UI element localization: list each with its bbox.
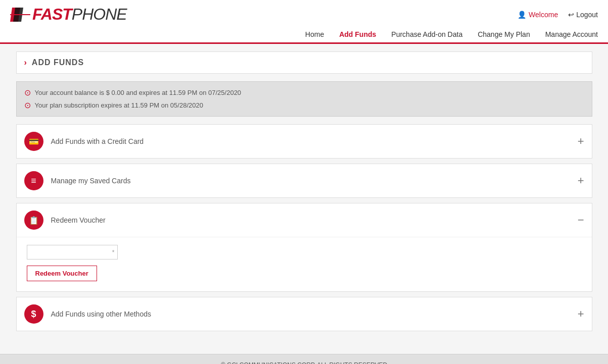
saved-cards-label: Manage my Saved Cards: [51, 177, 131, 185]
logo: FAST PHONE: [10, 5, 127, 24]
saved-cards-icon: ≡: [24, 171, 43, 190]
balance-info: ⊙ Your account balance is $ 0.00 and exp…: [24, 88, 584, 97]
other-methods-toggle: +: [578, 307, 584, 321]
redeem-voucher-label: Redeem Voucher: [51, 216, 106, 224]
accordion-credit-card-header[interactable]: 💳 Add Funds with a Credit Card +: [17, 125, 592, 158]
voucher-input-wrapper: *: [27, 245, 118, 259]
logout-label: Logout: [576, 11, 598, 19]
logo-phone: PHONE: [72, 5, 127, 24]
redeem-voucher-body: * Redeem Voucher: [17, 237, 592, 291]
other-methods-label: Add Funds using other Methods: [51, 310, 151, 318]
subscription-text: Your plan subscription expires at 11.59 …: [35, 101, 203, 109]
chevron-right-icon: ›: [24, 58, 27, 67]
credit-card-toggle: +: [578, 135, 584, 148]
other-methods-icon: $: [24, 304, 43, 324]
accordion-redeem-voucher: 📋 Redeem Voucher − * Redeem Voucher: [16, 203, 592, 292]
page-title: ADD FUNDS: [32, 58, 84, 67]
nav-purchase-addon[interactable]: Purchase Add-on Data: [391, 30, 462, 38]
welcome-link[interactable]: 👤 Welcome: [518, 11, 558, 19]
logout-link[interactable]: ↩ Logout: [568, 11, 598, 19]
welcome-label: Welcome: [529, 11, 558, 19]
credit-card-label: Add Funds with a Credit Card: [51, 137, 144, 145]
accordion-redeem-voucher-header[interactable]: 📋 Redeem Voucher −: [17, 203, 592, 237]
subscription-info: ⊙ Your plan subscription expires at 11.5…: [24, 100, 584, 110]
page-title-bar: › ADD FUNDS: [16, 51, 592, 74]
footer-text: © GCI COMMUNICATIONS CORP. ALL RIGHTS RE…: [221, 361, 387, 364]
info-icon-balance: ⊙: [24, 88, 31, 97]
balance-text: Your account balance is $ 0.00 and expir…: [35, 89, 242, 96]
nav-change-plan[interactable]: Change My Plan: [478, 30, 530, 38]
nav-home[interactable]: Home: [305, 30, 324, 38]
accordion-saved-cards-header[interactable]: ≡ Manage my Saved Cards +: [17, 164, 592, 197]
logo-fast: FAST: [32, 5, 72, 24]
info-icon-subscription: ⊙: [24, 100, 31, 110]
voucher-input[interactable]: [27, 245, 118, 259]
accordion-saved-cards: ≡ Manage my Saved Cards +: [16, 164, 592, 198]
credit-card-icon: 💳: [24, 132, 43, 151]
redeem-voucher-button[interactable]: Redeem Voucher: [27, 266, 97, 281]
nav-manage-account[interactable]: Manage Account: [545, 30, 598, 38]
info-box: ⊙ Your account balance is $ 0.00 and exp…: [16, 81, 592, 117]
accordion-other-methods-header[interactable]: $ Add Funds using other Methods +: [17, 297, 592, 331]
user-icon: 👤: [518, 11, 526, 19]
main-nav: Home Add Funds Purchase Add-on Data Chan…: [10, 26, 598, 42]
accordion-credit-card: 💳 Add Funds with a Credit Card +: [16, 124, 592, 159]
footer: © GCI COMMUNICATIONS CORP. ALL RIGHTS RE…: [0, 354, 608, 364]
nav-add-funds[interactable]: Add Funds: [339, 30, 376, 38]
saved-cards-toggle: +: [578, 174, 584, 187]
redeem-voucher-toggle: −: [578, 214, 584, 227]
required-star: *: [112, 249, 115, 256]
accordion-other-methods: $ Add Funds using other Methods +: [16, 297, 592, 331]
logout-icon: ↩: [568, 11, 574, 19]
redeem-voucher-icon: 📋: [24, 211, 43, 230]
